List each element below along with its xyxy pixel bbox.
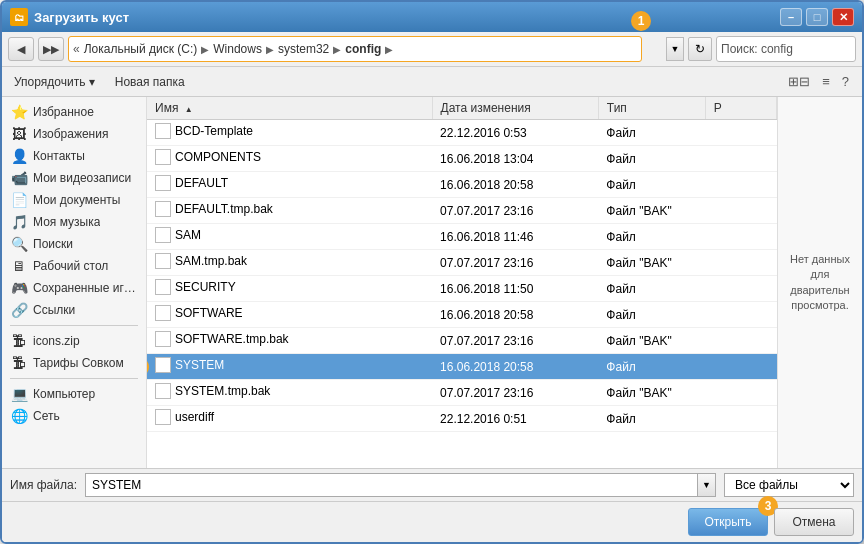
computer-icon: 💻	[10, 386, 28, 402]
sidebar-item-desktop[interactable]: 🖥 Рабочий стол	[2, 255, 146, 277]
address-arrow-1: ▶	[201, 44, 209, 55]
table-row[interactable]: userdiff22.12.2016 0:51Файл	[147, 406, 777, 432]
sidebar-item-label: Поиски	[33, 237, 73, 251]
links-icon: 🔗	[10, 302, 28, 318]
preview-text: Нет данных для дварительн просмотра.	[786, 252, 854, 314]
organize-button[interactable]: Упорядочить ▾	[10, 73, 99, 91]
open-button[interactable]: Открыть	[688, 508, 768, 536]
sidebar-item-links[interactable]: 🔗 Ссылки	[2, 299, 146, 321]
file-size-cell	[705, 224, 776, 250]
sidebar-item-label: Ссылки	[33, 303, 75, 317]
sidebar-item-label: icons.zip	[33, 334, 80, 348]
sidebar-item-searches[interactable]: 🔍 Поиски	[2, 233, 146, 255]
file-type-cell: Файл "BAK"	[598, 198, 705, 224]
sidebar-item-network[interactable]: 🌐 Сеть	[2, 405, 146, 427]
file-icon	[155, 253, 171, 269]
cancel-button[interactable]: Отмена	[774, 508, 854, 536]
window-title: Загрузить куст	[34, 10, 129, 25]
file-name: SOFTWARE.tmp.bak	[175, 332, 289, 346]
videos-icon: 📹	[10, 170, 28, 186]
header-size[interactable]: Р	[705, 97, 776, 120]
new-folder-button[interactable]: Новая папка	[111, 73, 189, 91]
file-date-cell: 07.07.2017 23:16	[432, 328, 598, 354]
window-icon: 🗂	[10, 8, 28, 26]
file-date-cell: 16.06.2018 20:58	[432, 302, 598, 328]
file-size-cell	[705, 276, 776, 302]
sidebar-item-contacts[interactable]: 👤 Контакты	[2, 145, 146, 167]
action-bar: Упорядочить ▾ Новая папка ⊞⊟ ≡ ?	[2, 67, 862, 97]
table-row[interactable]: DEFAULT16.06.2018 20:58Файл	[147, 172, 777, 198]
sidebar-item-label: Мои документы	[33, 193, 120, 207]
refresh-button[interactable]: ↻	[688, 37, 712, 61]
sidebar-item-label: Мои видеозаписи	[33, 171, 131, 185]
address-bar[interactable]: « Локальный диск (C:) ▶ Windows ▶ system…	[73, 42, 637, 56]
table-row[interactable]: SECURITY16.06.2018 11:50Файл	[147, 276, 777, 302]
back-button[interactable]: ◀	[8, 37, 34, 61]
table-row[interactable]: SYSTEM.tmp.bak07.07.2017 23:16Файл "BAK"	[147, 380, 777, 406]
sidebar-item-videos[interactable]: 📹 Мои видеозаписи	[2, 167, 146, 189]
address-part-0: Локальный диск (C:)	[84, 42, 198, 56]
file-type-cell: Файл	[598, 276, 705, 302]
table-row[interactable]: COMPONENTS16.06.2018 13:04Файл	[147, 146, 777, 172]
file-name: COMPONENTS	[175, 150, 261, 164]
header-type[interactable]: Тип	[598, 97, 705, 120]
filename-input[interactable]	[85, 473, 698, 497]
file-size-cell	[705, 406, 776, 432]
view-list-button[interactable]: ≡	[817, 71, 835, 92]
table-row[interactable]: SOFTWARE.tmp.bak07.07.2017 23:16Файл "BA…	[147, 328, 777, 354]
sidebar-item-documents[interactable]: 📄 Мои документы	[2, 189, 146, 211]
forward-button[interactable]: ▶▶	[38, 37, 64, 61]
dialog-window: 🗂 Загрузить куст – □ ✕ ◀ ▶▶ « Локальный …	[0, 0, 864, 544]
file-name: DEFAULT	[175, 176, 228, 190]
table-row[interactable]: SAM.tmp.bak07.07.2017 23:16Файл "BAK"	[147, 250, 777, 276]
help-button[interactable]: ?	[837, 71, 854, 92]
header-name[interactable]: Имя ▲	[147, 97, 432, 120]
address-bar-container: « Локальный диск (C:) ▶ Windows ▶ system…	[68, 36, 642, 62]
badge-1: 1	[631, 11, 651, 31]
main-area: Имя ▲ Дата изменения Тип Р BCD-Template2…	[147, 97, 777, 468]
file-type-cell: Файл "BAK"	[598, 250, 705, 276]
search-bar: 🔍	[716, 36, 856, 62]
tariffs-icon: 🗜	[10, 355, 28, 371]
file-name-cell: 2SYSTEM	[147, 354, 432, 380]
table-row[interactable]: BCD-Template22.12.2016 0:53Файл	[147, 120, 777, 146]
view-icons: ⊞⊟ ≡ ?	[783, 71, 854, 92]
table-row[interactable]: 2SYSTEM16.06.2018 20:58Файл	[147, 354, 777, 380]
sidebar-item-images[interactable]: 🖼 Изображения	[2, 123, 146, 145]
file-date-cell: 16.06.2018 13:04	[432, 146, 598, 172]
view-tiles-button[interactable]: ⊞⊟	[783, 71, 815, 92]
table-row[interactable]: DEFAULT.tmp.bak07.07.2017 23:16Файл "BAK…	[147, 198, 777, 224]
minimize-button[interactable]: –	[780, 8, 802, 26]
file-list-container: Имя ▲ Дата изменения Тип Р BCD-Template2…	[147, 97, 777, 468]
file-name: SYSTEM.tmp.bak	[175, 384, 270, 398]
sidebar-item-tariffs[interactable]: 🗜 Тарифы Совком	[2, 352, 146, 374]
maximize-button[interactable]: □	[806, 8, 828, 26]
sidebar-divider	[10, 325, 138, 326]
sidebar-item-icons-zip[interactable]: 🗜 icons.zip	[2, 330, 146, 352]
search-input[interactable]	[721, 42, 864, 56]
sidebar-item-label: Тарифы Совком	[33, 356, 124, 370]
file-type-cell: Файл	[598, 172, 705, 198]
file-date-cell: 16.06.2018 20:58	[432, 354, 598, 380]
header-date[interactable]: Дата изменения	[432, 97, 598, 120]
sidebar-item-label: Компьютер	[33, 387, 95, 401]
table-row[interactable]: SAM16.06.2018 11:46Файл	[147, 224, 777, 250]
sidebar-item-saved-games[interactable]: 🎮 Сохраненные игры	[2, 277, 146, 299]
file-name-cell: SYSTEM.tmp.bak	[147, 380, 432, 406]
file-name-cell: SAM	[147, 224, 432, 250]
filetype-select[interactable]: Все файлы	[724, 473, 854, 497]
sidebar-item-label: Моя музыка	[33, 215, 100, 229]
file-icon	[155, 201, 171, 217]
sidebar-item-computer[interactable]: 💻 Компьютер	[2, 383, 146, 405]
sidebar-item-favorites[interactable]: ⭐ Избранное	[2, 101, 146, 123]
close-button[interactable]: ✕	[832, 8, 854, 26]
sidebar-item-music[interactable]: 🎵 Моя музыка	[2, 211, 146, 233]
network-icon: 🌐	[10, 408, 28, 424]
address-dropdown-button[interactable]: ▼	[666, 37, 684, 61]
file-size-cell	[705, 198, 776, 224]
file-name: DEFAULT.tmp.bak	[175, 202, 273, 216]
file-icon	[155, 279, 171, 295]
bottom-buttons: Открыть 3 Отмена	[2, 501, 862, 542]
filename-dropdown-button[interactable]: ▼	[698, 473, 716, 497]
table-row[interactable]: SOFTWARE16.06.2018 20:58Файл	[147, 302, 777, 328]
